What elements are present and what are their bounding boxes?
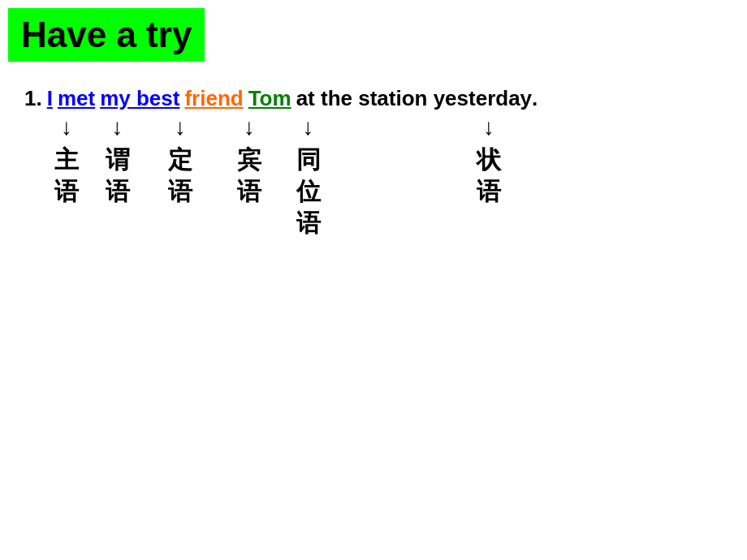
header-box: Have a try — [8, 8, 205, 62]
col-tongw: ↓ 同位语 — [282, 113, 335, 239]
col-zhuangy: ↓ 状语 — [464, 113, 513, 207]
label-zhuangy: 状语 — [477, 144, 501, 207]
sentence-line: 1. I met my best friend Tom at the stati… — [24, 86, 747, 111]
sentence-end: . — [532, 86, 538, 111]
word-Tom: Tom — [248, 86, 291, 111]
label-biny: 宾语 — [237, 144, 261, 207]
word-I: I — [47, 86, 53, 111]
label-dingy: 定语 — [168, 144, 192, 207]
arrow-zhuy: ↓ — [61, 116, 72, 139]
header-title: Have a try — [21, 15, 192, 54]
main-content: 1. I met my best friend Tom at the stati… — [16, 86, 747, 239]
col-zhuy: ↓ 主语 — [42, 113, 91, 207]
label-zhuy: 主语 — [54, 144, 79, 207]
diagram-columns: ↓ 主语 ↓ 谓语 ↓ 定语 ↓ 宾语 ↓ 同位语 ↓ 状语 — [42, 113, 747, 239]
word-friend: friend — [184, 86, 243, 111]
label-tongw: 同位语 — [296, 144, 321, 239]
col-weiy: ↓ 谓语 — [91, 113, 144, 207]
sentence-number: 1. — [24, 86, 42, 111]
col-dingy: ↓ 定语 — [144, 113, 217, 207]
arrow-tongw: ↓ — [303, 116, 314, 139]
word-my-best: my best — [100, 86, 179, 111]
word-met: met — [58, 86, 95, 111]
col-biny: ↓ 宾语 — [217, 113, 282, 207]
arrow-zhuangy: ↓ — [483, 116, 494, 139]
label-weiy: 谓语 — [106, 144, 130, 207]
arrow-dingy: ↓ — [175, 116, 186, 139]
arrow-weiy: ↓ — [112, 116, 123, 139]
arrow-biny: ↓ — [244, 116, 255, 139]
word-rest: at the station yesterday — [296, 86, 532, 111]
